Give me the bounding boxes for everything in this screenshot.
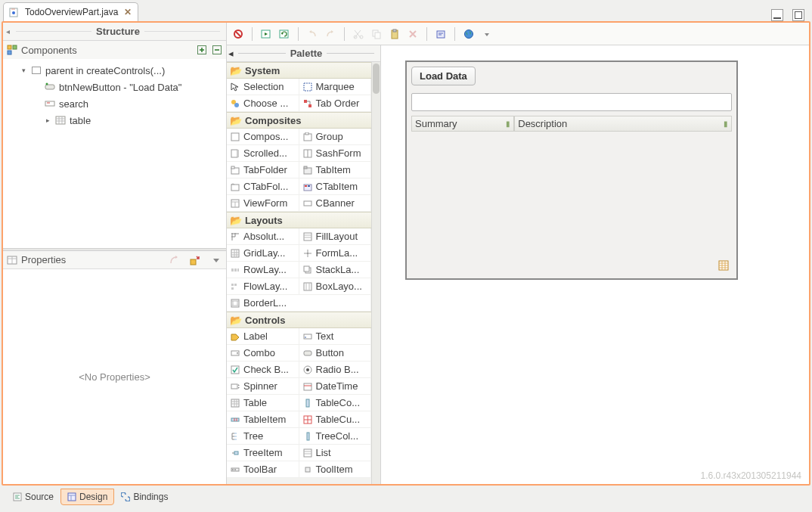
preview-window[interactable]: Load Data Summary▮ Description▮ (405, 61, 738, 280)
svg-rect-49 (231, 268, 234, 272)
palette-scrollbar[interactable] (371, 62, 380, 484)
palette-item[interactable]: Check B... (227, 362, 299, 378)
paste-icon[interactable] (388, 27, 401, 41)
palette-item[interactable]: Scrolled... (227, 145, 299, 162)
expand-icon[interactable]: ▾ (20, 67, 27, 74)
palette-item[interactable]: Table (227, 395, 299, 411)
palette-group-controls[interactable]: 📂 Controls (227, 312, 371, 328)
stop-icon[interactable] (231, 27, 245, 41)
palette-group-composites[interactable]: 📂 Composites (227, 112, 371, 129)
palette-item[interactable]: ViewForm (227, 195, 299, 212)
palette-item[interactable]: ToolBar (227, 461, 299, 478)
components-subheader: Components (3, 41, 226, 59)
text-field-icon (44, 98, 56, 110)
palette-item-label: RowLay... (243, 264, 287, 275)
palette-item-label: Spinner (243, 380, 277, 392)
scrollbar-thumb[interactable] (373, 64, 380, 94)
expand-all-icon[interactable] (196, 44, 208, 56)
goto-event-icon[interactable] (167, 253, 181, 267)
collapse-left-icon[interactable]: ◂ (228, 48, 234, 59)
tab-bindings[interactable]: Bindings (114, 489, 175, 505)
load-data-button[interactable]: Load Data (411, 67, 476, 85)
externalize-icon[interactable] (434, 27, 448, 41)
convert-local-icon[interactable] (188, 253, 202, 267)
palette-item[interactable]: FillLayout (299, 228, 372, 245)
palette-item[interactable]: FlowLay... (227, 278, 299, 295)
palette-item[interactable]: TreeCol... (299, 428, 372, 445)
palette-item[interactable]: Group (299, 129, 372, 145)
svg-rect-34 (237, 150, 239, 157)
palette-item[interactable]: CTabFol... (227, 178, 299, 195)
palette-item[interactable]: List (299, 445, 372, 461)
palette-item[interactable]: Absolut... (227, 228, 299, 245)
palette-item[interactable]: Compos... (227, 129, 299, 145)
palette-item[interactable]: BorderL... (227, 295, 371, 312)
palette-item[interactable]: DateTime (299, 378, 372, 395)
palette-item[interactable]: CBanner (299, 195, 372, 212)
close-icon[interactable]: ✕ (124, 7, 132, 17)
palette-item[interactable]: Button (299, 345, 372, 362)
palette-item-selection[interactable]: Selection (227, 79, 299, 95)
expand-icon[interactable]: ▸ (44, 116, 51, 124)
palette-item-choose[interactable]: Choose ... (227, 95, 299, 112)
copy-icon[interactable] (370, 27, 383, 41)
palette-item-marquee[interactable]: Marquee (299, 79, 372, 95)
maximize-icon[interactable] (792, 9, 804, 21)
tab-source[interactable]: Source (6, 489, 60, 505)
delete-icon[interactable] (406, 27, 420, 41)
column-handle-icon[interactable]: ▮ (506, 119, 510, 128)
tab-design[interactable]: Design (60, 489, 114, 505)
tree-row-button[interactable]: btnNewButton - "Load Data" (8, 79, 222, 95)
cut-icon[interactable] (352, 27, 365, 41)
palette-item[interactable]: Text (299, 328, 372, 345)
svg-point-24 (465, 29, 473, 38)
dropdown-arrow-icon[interactable] (480, 27, 494, 41)
editor-tab[interactable]: TodoOverviewPart.java ✕ (3, 2, 138, 21)
column-description[interactable]: Description▮ (514, 116, 732, 132)
palette-item-taborder[interactable]: Tab Order (299, 95, 372, 112)
minimize-icon[interactable] (771, 9, 783, 21)
cursor-icon (230, 82, 240, 92)
refresh-icon[interactable] (277, 27, 291, 41)
palette-item[interactable]: TableItem (227, 411, 299, 428)
preview-table[interactable]: Summary▮ Description▮ (411, 116, 732, 132)
globe-icon[interactable] (462, 27, 476, 41)
tabitem-icon (302, 165, 313, 175)
palette-item[interactable]: TreeItem (227, 445, 299, 461)
palette-item[interactable]: FormLa... (299, 245, 372, 262)
palette-item[interactable]: Label (227, 328, 299, 345)
tree-row-table[interactable]: ▸ table (8, 112, 222, 129)
palette-item[interactable]: Tree (227, 428, 299, 445)
search-input[interactable] (411, 93, 732, 111)
palette-item[interactable]: RowLay... (227, 262, 299, 278)
design-canvas[interactable]: Load Data Summary▮ Description▮ 1.6.0.r4… (381, 45, 809, 484)
palette-item[interactable]: SashForm (299, 145, 372, 162)
palette-item[interactable]: Combo (227, 345, 299, 362)
view-menu-icon[interactable] (209, 253, 223, 267)
undo-icon[interactable] (305, 27, 319, 41)
palette-item[interactable]: Spinner (227, 378, 299, 395)
palette-item[interactable]: TabFolder (227, 162, 299, 178)
column-handle-icon[interactable]: ▮ (724, 119, 728, 128)
palette-item[interactable]: StackLa... (299, 262, 372, 278)
redo-icon[interactable] (324, 27, 337, 41)
column-summary[interactable]: Summary▮ (411, 116, 514, 132)
tree-row-search[interactable]: search (8, 95, 222, 112)
palette-item[interactable]: TabItem (299, 162, 372, 178)
palette-item[interactable]: BoxLayo... (299, 278, 372, 295)
palette-item[interactable]: GridLay... (227, 245, 299, 262)
test-preview-icon[interactable] (259, 27, 273, 41)
structure-tree[interactable]: ▾ parent in createControls(...) btnNewBu… (3, 59, 226, 248)
palette-group-system[interactable]: 📂 System (227, 62, 371, 79)
collapse-left-icon[interactable]: ◂ (5, 27, 11, 36)
palette-item[interactable]: ToolItem (299, 461, 372, 478)
collapse-all-icon[interactable] (211, 44, 223, 56)
palette-item-label: Button (316, 347, 345, 358)
palette-item[interactable]: CTabItem (299, 178, 372, 195)
tree-row-parent[interactable]: ▾ parent in createControls(...) (8, 62, 222, 79)
svg-rect-11 (56, 116, 65, 124)
palette-group-layouts[interactable]: 📂 Layouts (227, 212, 371, 228)
palette-item[interactable]: Radio B... (299, 362, 372, 378)
palette-item[interactable]: TableCo... (299, 395, 372, 411)
palette-item[interactable]: TableCu... (299, 411, 372, 428)
